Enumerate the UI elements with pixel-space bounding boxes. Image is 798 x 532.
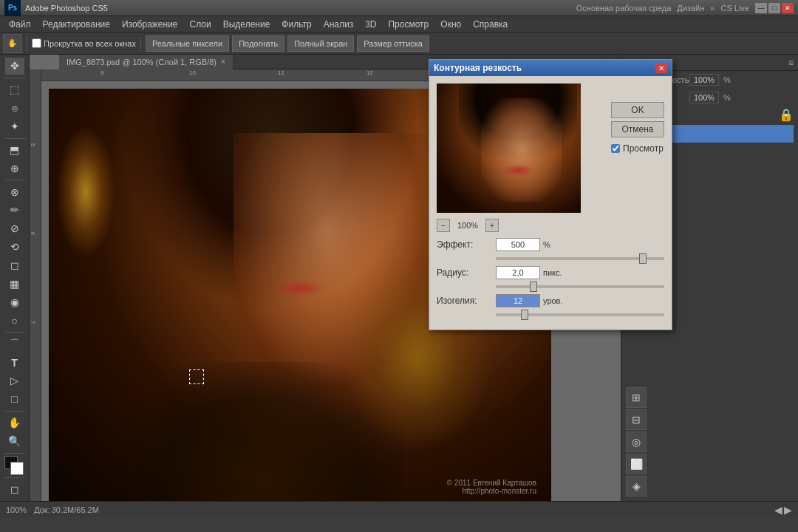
pen-tool[interactable]: ⌒: [5, 335, 24, 352]
radius-slider-thumb[interactable]: [530, 282, 537, 292]
hand-icon: ✋: [8, 417, 21, 429]
dodge-tool[interactable]: ○: [5, 312, 24, 329]
channels-icon: ⊟: [632, 414, 641, 426]
threshold-slider-row: [437, 313, 664, 316]
menu-filter[interactable]: Фильтр: [276, 18, 317, 31]
clone-tool[interactable]: ⊘: [5, 220, 24, 237]
panel-header-controls: ≡: [788, 58, 794, 68]
history-tool[interactable]: ⟲: [5, 239, 24, 256]
crop-tool[interactable]: ⬒: [5, 141, 24, 158]
menu-help[interactable]: Справка: [467, 18, 514, 31]
type-tool[interactable]: T: [5, 354, 24, 371]
collapse-icon[interactable]: ≡: [788, 58, 794, 68]
dialog-preview[interactable]: [437, 83, 581, 213]
brush-tool[interactable]: ✏: [5, 202, 24, 219]
zoom-in-button[interactable]: +: [485, 219, 499, 232]
hand-tool[interactable]: ✋: [5, 415, 24, 432]
zoom-status: 100%: [6, 505, 27, 514]
magic-wand-tool[interactable]: ✦: [5, 118, 24, 135]
menu-3d[interactable]: 3D: [359, 18, 382, 31]
gradient-tool[interactable]: ▦: [5, 276, 24, 293]
menu-select[interactable]: Выделение: [217, 18, 276, 31]
menu-analysis[interactable]: Анализ: [318, 18, 360, 31]
fullscreen-button[interactable]: Полный экран: [287, 35, 354, 52]
screen-mode-btn[interactable]: ◻: [5, 481, 24, 498]
title-bar: Ps Adobe Photoshop CS5 Основная рабочая …: [0, 0, 798, 16]
dialog-close-button[interactable]: ✕: [655, 63, 667, 73]
fill-pct: %: [723, 93, 731, 102]
shape-icon: □: [11, 393, 17, 405]
tool-sep-5: [4, 411, 25, 412]
path-select-tool[interactable]: ▷: [5, 372, 24, 389]
color-icon-btn[interactable]: ◈: [626, 476, 647, 497]
gradient-icon: ▦: [10, 278, 19, 290]
radius-unit: пикс.: [543, 268, 562, 277]
zoom-out-button[interactable]: −: [437, 219, 450, 232]
minimize-button[interactable]: —: [755, 3, 767, 13]
zoom-level: 100%: [453, 221, 482, 230]
effect-slider-row: [437, 257, 664, 260]
maximize-button[interactable]: □: [768, 3, 780, 13]
close-button[interactable]: ✕: [782, 3, 794, 13]
ok-button[interactable]: OK: [611, 102, 664, 118]
radius-slider-track[interactable]: [496, 285, 664, 288]
preview-face: [481, 98, 562, 202]
opacity-input[interactable]: [689, 74, 719, 86]
cs-live-label: CS Live: [720, 4, 749, 13]
threshold-slider-thumb[interactable]: [521, 310, 528, 320]
menu-layers[interactable]: Слои: [184, 18, 217, 31]
fg-bg-colors[interactable]: [4, 456, 25, 474]
fill-input[interactable]: [689, 92, 719, 103]
tab-close-button[interactable]: ×: [221, 58, 225, 66]
effect-unit: %: [543, 240, 550, 249]
eyedropper-tool[interactable]: ⊕: [5, 160, 24, 177]
menu-file[interactable]: Файл: [3, 18, 37, 31]
lasso-tool[interactable]: ⌾: [5, 100, 24, 117]
preview-portrait: [437, 83, 581, 213]
dialog-body: − 100% + Эффект: % Радиус: пикс.: [429, 76, 672, 330]
blur-tool[interactable]: ◉: [5, 294, 24, 311]
shape-tool[interactable]: □: [5, 391, 24, 408]
effect-slider-thumb[interactable]: [639, 253, 647, 264]
mask-icon-btn[interactable]: ⬜: [626, 454, 647, 474]
radius-label: Радиус:: [437, 267, 496, 278]
ruler-v-label-7: 7: [30, 321, 35, 324]
threshold-slider-track[interactable]: [496, 313, 664, 316]
adjust-icon-btn[interactable]: ◎: [626, 432, 647, 452]
radius-input[interactable]: [496, 266, 540, 279]
background-color[interactable]: [10, 462, 24, 475]
tool-sep-4: [4, 332, 25, 332]
menu-image[interactable]: Изображение: [116, 18, 184, 31]
effect-input[interactable]: [496, 238, 540, 251]
marquee-tool[interactable]: ⬚: [5, 81, 24, 98]
menu-window[interactable]: Окно: [434, 18, 467, 31]
nav-right-btn[interactable]: ▶: [784, 504, 792, 516]
tool-options-icon[interactable]: ✋: [3, 34, 22, 53]
tool-sep-6: [4, 453, 25, 454]
color-icon: ◈: [632, 480, 641, 492]
scroll-all-windows-label[interactable]: Прокрутка во всех окнах: [32, 38, 136, 48]
menu-edit[interactable]: Редактирование: [37, 18, 116, 31]
cancel-button[interactable]: Отмена: [611, 121, 664, 137]
effect-slider-track[interactable]: [496, 257, 664, 260]
document-tab[interactable]: IMG_8873.psd @ 100% (Слой 1, RGB/8) ×: [59, 55, 233, 69]
scroll-all-windows-checkbox[interactable]: [32, 38, 41, 48]
tool-sep-3: [4, 180, 25, 180]
blur-icon: ◉: [10, 296, 19, 308]
move-tool[interactable]: ✥: [5, 58, 24, 75]
fit-button[interactable]: Подогнать: [232, 35, 284, 52]
layers-icon-btn[interactable]: ⊞: [626, 387, 647, 408]
zoom-tool[interactable]: 🔍: [5, 433, 24, 450]
app-title: Adobe Photoshop CS5: [25, 4, 108, 13]
pen-icon: ⌒: [10, 338, 20, 351]
menu-view[interactable]: Просмотр: [382, 18, 434, 31]
real-pixels-button[interactable]: Реальные пиксели: [146, 35, 229, 52]
healing-tool[interactable]: ⊗: [5, 183, 24, 200]
print-size-button[interactable]: Размер оттиска: [357, 35, 429, 52]
eraser-tool[interactable]: ◻: [5, 257, 24, 274]
channels-icon-btn[interactable]: ⊟: [626, 409, 647, 430]
preview-checkbox[interactable]: [611, 144, 620, 153]
lasso-icon: ⌾: [12, 102, 18, 114]
threshold-input[interactable]: [496, 294, 540, 307]
nav-left-btn[interactable]: ◀: [774, 504, 782, 516]
